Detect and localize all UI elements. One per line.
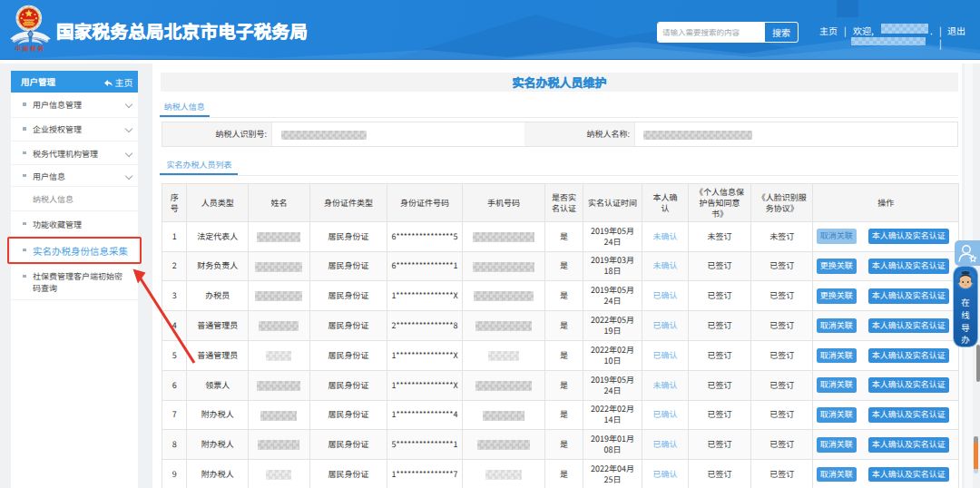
svg-text:中国税务: 中国税务: [15, 44, 45, 53]
